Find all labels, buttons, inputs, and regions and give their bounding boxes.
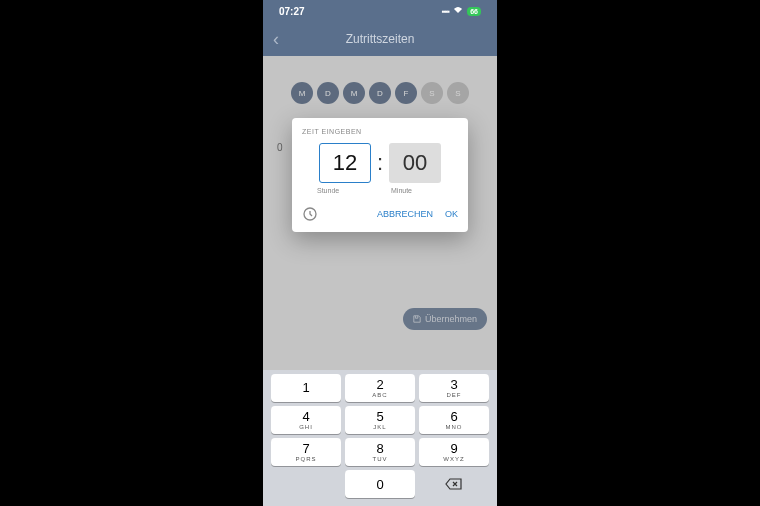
nav-header: ‹ Zutrittszeiten <box>263 22 497 56</box>
key-1[interactable]: 1 <box>271 374 341 402</box>
status-bar: 07:27 ▪▪▪▪ 66 <box>263 0 497 22</box>
key-backspace[interactable] <box>419 470 489 498</box>
phone-frame: 07:27 ▪▪▪▪ 66 ‹ Zutrittszeiten M D M D F… <box>263 0 497 506</box>
backspace-icon <box>445 477 463 491</box>
time-colon: : <box>377 150 383 176</box>
key-8[interactable]: 8TUV <box>345 438 415 466</box>
key-6[interactable]: 6MNO <box>419 406 489 434</box>
status-right: ▪▪▪▪ 66 <box>442 6 481 16</box>
key-blank <box>271 470 341 498</box>
back-icon[interactable]: ‹ <box>273 29 279 50</box>
minute-input[interactable]: 00 <box>389 143 441 183</box>
key-7[interactable]: 7PQRS <box>271 438 341 466</box>
time-dialog: ZEIT EINGEBEN 12 : 00 Stunde Minute ABBR… <box>292 118 468 232</box>
battery-icon: 66 <box>467 7 481 16</box>
minute-label: Minute <box>391 187 443 194</box>
key-0[interactable]: 0 <box>345 470 415 498</box>
clock-icon[interactable] <box>302 206 318 222</box>
dialog-title: ZEIT EINGEBEN <box>302 128 458 135</box>
hour-input[interactable]: 12 <box>319 143 371 183</box>
hour-label: Stunde <box>317 187 369 194</box>
time-inputs: 12 : 00 <box>302 143 458 183</box>
page-title: Zutrittszeiten <box>263 32 497 46</box>
cancel-button[interactable]: ABBRECHEN <box>377 209 433 219</box>
key-9[interactable]: 9WXYZ <box>419 438 489 466</box>
status-time: 07:27 <box>279 6 305 17</box>
key-3[interactable]: 3DEF <box>419 374 489 402</box>
dialog-actions: ABBRECHEN OK <box>302 206 458 222</box>
key-4[interactable]: 4GHI <box>271 406 341 434</box>
signal-icon: ▪▪▪▪ <box>442 7 449 16</box>
ok-button[interactable]: OK <box>445 209 458 219</box>
numeric-keypad: 1 2ABC 3DEF 4GHI 5JKL 6MNO 7PQRS 8TUV 9W… <box>263 370 497 506</box>
key-2[interactable]: 2ABC <box>345 374 415 402</box>
content-area: M D M D F S S 0 Übernehmen ZEIT EINGEBEN… <box>263 56 497 506</box>
wifi-icon <box>453 6 463 16</box>
time-labels: Stunde Minute <box>302 187 458 194</box>
key-5[interactable]: 5JKL <box>345 406 415 434</box>
